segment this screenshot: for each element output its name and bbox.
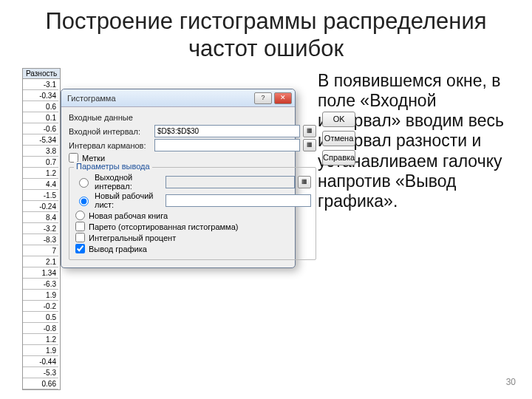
cell[interactable]: -0.2	[23, 301, 58, 312]
cell[interactable]: -3.1	[23, 79, 58, 90]
cell[interactable]: -3.2	[23, 223, 58, 234]
input-section-label: Входные данные	[69, 113, 316, 122]
output-range-radio[interactable]	[79, 178, 89, 188]
help-button[interactable]: Справка	[322, 150, 355, 166]
range-picker-icon[interactable]: ▦	[303, 125, 316, 137]
bin-range-label: Интервал карманов:	[69, 141, 151, 150]
cell[interactable]: 0.6	[23, 101, 58, 112]
output-range-field	[166, 176, 295, 188]
cell[interactable]: -6.3	[23, 279, 58, 290]
range-picker-icon[interactable]: ▦	[298, 176, 311, 188]
cell[interactable]: 1.2	[23, 334, 58, 345]
cell[interactable]: 1.9	[23, 290, 58, 301]
page-number: 30	[506, 377, 516, 387]
dialog-titlebar[interactable]: Гистограмма ? ✕	[61, 89, 295, 107]
cell[interactable]: 0.5	[23, 312, 58, 323]
labels-checkbox-label: Метки	[82, 154, 105, 163]
new-workbook-label: Новая рабочая книга	[89, 211, 168, 220]
output-range-label: Выходной интервал:	[95, 173, 163, 191]
input-range-field[interactable]	[154, 125, 300, 137]
cell[interactable]: 0.66	[23, 378, 58, 389]
cell[interactable]: -0.44	[23, 356, 58, 367]
cell[interactable]: 1.9	[23, 345, 58, 356]
cell[interactable]: -5.3	[23, 367, 58, 378]
close-icon[interactable]: ✕	[274, 92, 292, 104]
range-picker-icon[interactable]: ▦	[303, 139, 316, 151]
ok-button[interactable]: OK	[322, 112, 355, 127]
cell[interactable]: 3.8	[23, 146, 58, 157]
cell[interactable]: 0.1	[23, 112, 58, 123]
help-window-button[interactable]: ?	[254, 92, 272, 104]
cell[interactable]: 8.4	[23, 212, 58, 223]
pareto-label: Парето (отсортированная гистограмма)	[89, 222, 238, 231]
output-section-label: Параметры вывода	[74, 162, 152, 171]
cell[interactable]: 1.34	[23, 267, 58, 279]
cumulative-label: Интегральный процент	[89, 233, 176, 242]
chart-output-label: Вывод графика	[89, 245, 147, 253]
spreadsheet-column: Разность -3.1-0.340.60.1-0.6-5.343.80.71…	[22, 68, 61, 390]
histogram-dialog: Гистограмма ? ✕ Входные данные Входной и…	[61, 89, 296, 268]
cell[interactable]: 0.7	[23, 157, 58, 168]
cell[interactable]: 4.4	[23, 179, 58, 190]
cell[interactable]: -0.24	[23, 201, 58, 212]
dialog-title: Гистограмма	[67, 94, 116, 103]
new-worksheet-field[interactable]	[166, 194, 311, 207]
cell[interactable]: -5.34	[23, 134, 58, 146]
new-workbook-radio[interactable]	[75, 211, 85, 220]
pareto-checkbox[interactable]	[75, 222, 85, 231]
chart-output-checkbox[interactable]	[75, 244, 85, 253]
new-worksheet-label: Новый рабочий лист:	[95, 191, 163, 209]
cell[interactable]: -0.34	[23, 90, 58, 101]
cell[interactable]: -8.3	[23, 234, 58, 245]
cell[interactable]: 1.2	[23, 168, 58, 179]
cumulative-checkbox[interactable]	[75, 233, 85, 242]
new-worksheet-radio[interactable]	[79, 197, 89, 206]
slide-title: Построение гистограммы распределения час…	[22, 7, 510, 62]
cell[interactable]: 7	[23, 245, 58, 256]
cancel-button[interactable]: Отмена	[322, 131, 355, 146]
cell[interactable]: 2.1	[23, 256, 58, 267]
column-header: Разность	[23, 69, 60, 79]
output-options-group: Параметры вывода Выходной интервал: ▦ Но…	[69, 167, 316, 260]
cell[interactable]: -0.8	[23, 323, 58, 334]
bin-range-field[interactable]	[154, 139, 300, 151]
input-range-label: Входной интервал:	[69, 127, 151, 136]
cell[interactable]: -0.6	[23, 123, 58, 134]
cell[interactable]: -1.5	[23, 190, 58, 201]
